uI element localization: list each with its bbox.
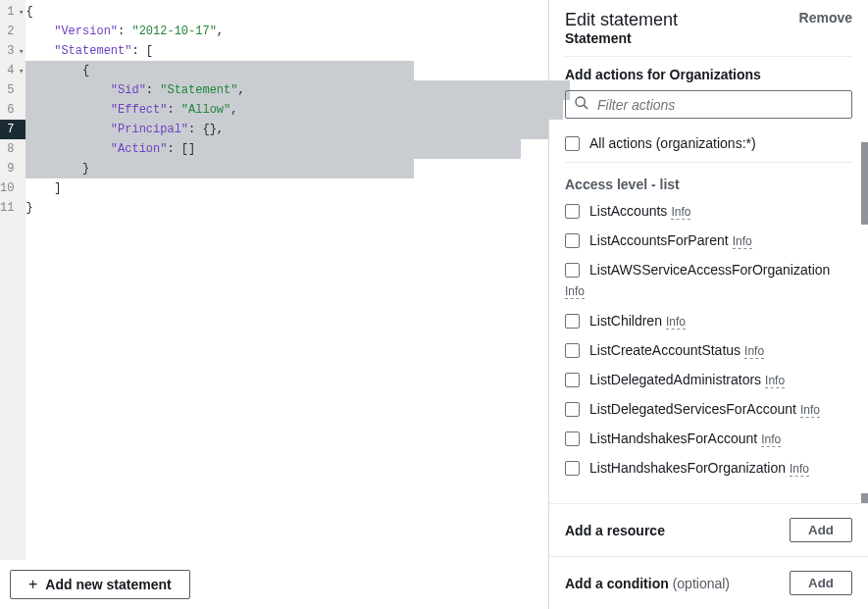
panel-header: Edit statement Statement Remove xyxy=(549,0,868,52)
action-row[interactable]: ListDelegatedAdministratorsInfo xyxy=(565,365,852,394)
info-link[interactable]: Info xyxy=(666,315,686,330)
code-line[interactable]: "Version": "2012-10-17", xyxy=(26,22,570,41)
checkbox[interactable] xyxy=(565,461,580,476)
add-resource-label: Add a resource xyxy=(565,523,665,538)
checkbox[interactable] xyxy=(565,314,580,329)
action-label: ListDelegatedAdministrators xyxy=(589,372,761,387)
action-row[interactable]: ListDelegatedServicesForAccountInfo xyxy=(565,394,852,424)
search-box[interactable] xyxy=(565,90,852,119)
access-group-title: Access level - list xyxy=(565,167,852,196)
code-line[interactable]: { xyxy=(26,2,570,22)
checkbox[interactable] xyxy=(565,431,580,446)
svg-point-0 xyxy=(576,97,585,106)
action-row-info-wrap: Info xyxy=(565,284,852,306)
edit-panel: Edit statement Statement Remove Add acti… xyxy=(549,0,868,609)
action-row[interactable]: ListChildrenInfo xyxy=(565,306,852,335)
add-condition-button[interactable]: Add xyxy=(790,571,852,595)
svg-line-1 xyxy=(584,105,587,109)
info-link[interactable]: Info xyxy=(765,374,785,388)
panel-title-block: Edit statement Statement xyxy=(565,10,678,46)
header-divider xyxy=(565,56,852,57)
code-line[interactable]: "Statement": [ xyxy=(26,41,570,61)
search-icon xyxy=(574,95,589,114)
thin-divider xyxy=(565,162,852,163)
line-number: 6 xyxy=(0,100,26,120)
checkbox[interactable] xyxy=(565,263,580,278)
code-line[interactable]: "Effect": "Allow", xyxy=(26,100,570,120)
scrollbar-arrow[interactable] xyxy=(861,493,868,503)
checkbox[interactable] xyxy=(565,233,580,248)
line-number: 4 xyxy=(0,61,26,80)
checkbox[interactable] xyxy=(565,402,580,417)
info-link[interactable]: Info xyxy=(790,462,809,477)
editor-footer: + Add new statement xyxy=(0,560,548,609)
action-label: ListHandshakesForAccount xyxy=(589,431,757,446)
code-editor[interactable]: 1234567891011 { "Version": "2012-10-17",… xyxy=(0,0,548,560)
code-line[interactable]: "Sid": "Statement", xyxy=(26,80,570,100)
code-line[interactable]: } xyxy=(26,159,570,178)
actions-scroll: All actions (organizations:*) Access lev… xyxy=(549,128,868,503)
action-label: ListAccounts xyxy=(589,203,667,219)
editor-pane: 1234567891011 { "Version": "2012-10-17",… xyxy=(0,0,549,609)
action-list: ListAccountsInfoListAccountsForParentInf… xyxy=(565,196,852,482)
line-number: 9 xyxy=(0,159,26,178)
info-link[interactable]: Info xyxy=(761,432,781,447)
line-number: 7 xyxy=(0,120,26,139)
line-number: 11 xyxy=(0,198,26,218)
info-link[interactable]: Info xyxy=(800,403,820,418)
app-root: 1234567891011 { "Version": "2012-10-17",… xyxy=(0,0,868,609)
code-line[interactable]: } xyxy=(26,198,570,218)
line-number: 5 xyxy=(0,80,26,100)
add-resource-section: Add a resource Add xyxy=(549,503,868,556)
scrollbar-thumb[interactable] xyxy=(861,142,868,225)
line-number: 3 xyxy=(0,41,26,61)
action-row[interactable]: ListAccountsForParentInfo xyxy=(565,226,852,255)
action-label: ListCreateAccountStatus xyxy=(589,342,740,358)
action-row[interactable]: ListAccountsInfo xyxy=(565,196,852,226)
code-line[interactable]: "Action": [] xyxy=(26,139,570,159)
action-row[interactable]: ListAWSServiceAccessForOrganization xyxy=(565,255,852,284)
add-statement-button[interactable]: + Add new statement xyxy=(10,570,190,599)
info-link[interactable]: Info xyxy=(733,234,752,249)
action-row[interactable]: ListHandshakesForAccountInfo xyxy=(565,424,852,453)
line-gutter: 1234567891011 xyxy=(0,0,26,560)
all-actions-row[interactable]: All actions (organizations:*) xyxy=(565,128,852,158)
action-label: ListDelegatedServicesForAccount xyxy=(589,401,796,417)
action-label: ListAccountsForParent xyxy=(589,232,729,248)
info-link[interactable]: Info xyxy=(744,344,764,359)
statement-name: Statement xyxy=(565,30,678,46)
code-line[interactable]: { xyxy=(26,61,570,80)
panel-title: Edit statement xyxy=(565,10,678,30)
checkbox[interactable] xyxy=(565,343,580,358)
add-condition-section: Add a condition (optional) Add xyxy=(549,556,868,609)
info-link[interactable]: Info xyxy=(671,205,690,220)
actions-header: Add actions for Organizations xyxy=(549,67,868,82)
search-input[interactable] xyxy=(597,97,843,113)
checkbox[interactable] xyxy=(565,204,580,219)
line-number: 1 xyxy=(0,2,26,22)
checkbox[interactable] xyxy=(565,373,580,387)
code-body[interactable]: { "Version": "2012-10-17", "Statement": … xyxy=(26,0,570,560)
add-resource-button[interactable]: Add xyxy=(790,518,852,542)
code-line[interactable]: "Principal": {}, xyxy=(26,120,570,139)
code-line[interactable]: ] xyxy=(26,178,570,198)
add-condition-label: Add a condition (optional) xyxy=(565,576,730,591)
all-actions-label: All actions (organizations:*) xyxy=(589,135,756,151)
plus-icon: + xyxy=(28,577,37,592)
action-label: ListChildren xyxy=(589,313,662,329)
checkbox-all-actions[interactable] xyxy=(565,136,580,151)
add-statement-label: Add new statement xyxy=(45,577,171,592)
action-label: ListHandshakesForOrganization xyxy=(589,460,786,476)
action-row[interactable]: ListCreateAccountStatusInfo xyxy=(565,335,852,365)
line-number: 8 xyxy=(0,139,26,159)
line-number: 10 xyxy=(0,178,26,198)
action-row[interactable]: ListHandshakesForOrganizationInfo xyxy=(565,453,852,482)
remove-link[interactable]: Remove xyxy=(799,10,852,25)
line-number: 2 xyxy=(0,22,26,41)
info-link[interactable]: Info xyxy=(565,284,585,299)
action-label: ListAWSServiceAccessForOrganization xyxy=(589,262,830,278)
